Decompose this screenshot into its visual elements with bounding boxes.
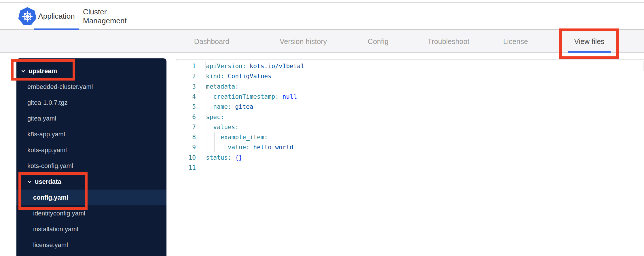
tab-application[interactable]: Application <box>34 3 79 30</box>
line-number: 8 <box>176 132 196 142</box>
code-line-6: 6spec: <box>176 112 644 122</box>
code-line-9: 9 value: hello world <box>176 142 644 152</box>
subnav-item-troubleshoot[interactable]: Troubleshoot <box>428 30 469 53</box>
code-line-3: 3metadata: <box>176 81 644 92</box>
tree-folder-userdata[interactable]: userdata <box>16 174 166 190</box>
code-text: example_item: <box>206 132 268 142</box>
code-text: spec: <box>206 112 224 122</box>
code-line-2: 2kind: ConfigValues <box>176 71 644 81</box>
code-line-4: 4 creationTimestamp: null <box>176 91 644 102</box>
line-number: 10 <box>176 152 196 163</box>
code-line-1: 1apiVersion: kots.io/v1beta1 <box>176 61 644 71</box>
subnav-item-view-files[interactable]: View files <box>574 30 604 53</box>
code-line-10: 10status: {} <box>176 152 644 163</box>
tree-file-kots-app-yaml[interactable]: kots-app.yaml <box>16 142 166 158</box>
kots-admin-console: Application Cluster Management Dashboard… <box>0 0 644 256</box>
file-label: kots-config.yaml <box>27 162 73 170</box>
app-subnav: DashboardVersion historyConfigTroublesho… <box>0 30 644 53</box>
file-label: installation.yaml <box>33 226 78 233</box>
tree-file-embedded-cluster-yaml[interactable]: embedded-cluster.yaml <box>16 79 166 95</box>
tree-file-kots-config-yaml[interactable]: kots-config.yaml <box>16 158 166 174</box>
chevron-down-icon <box>27 179 33 185</box>
file-label: embedded-cluster.yaml <box>27 83 93 91</box>
tree-file-license-yaml[interactable]: license.yaml <box>16 237 166 253</box>
code-text: value: hello world <box>206 142 293 152</box>
code-line-7: 7 values: <box>176 122 644 132</box>
file-label: gitea-1.0.7.tgz <box>27 99 67 106</box>
tree-file-config-yaml[interactable]: config.yaml <box>16 190 166 205</box>
tree-file-installation-yaml[interactable]: installation.yaml <box>16 221 166 237</box>
file-label: config.yaml <box>33 194 68 201</box>
tree-file-gitea-yaml[interactable]: gitea.yaml <box>16 110 166 126</box>
file-label: license.yaml <box>33 241 68 249</box>
tree-file-gitea-1-0-7-tgz[interactable]: gitea-1.0.7.tgz <box>16 95 166 110</box>
code-text: name: gitea <box>206 102 253 112</box>
line-number: 5 <box>176 102 196 112</box>
code-line-5: 5 name: gitea <box>176 102 644 112</box>
code-text: creationTimestamp: null <box>206 91 297 102</box>
code-text: metadata: <box>206 81 239 92</box>
line-number: 11 <box>176 163 196 173</box>
file-content-editor[interactable]: 1apiVersion: kots.io/v1beta12kind: Confi… <box>176 59 644 256</box>
file-label: k8s-app.yaml <box>27 131 65 138</box>
tree-folder-upstream[interactable]: upstream <box>16 63 166 79</box>
folder-label: userdata <box>35 178 61 186</box>
chevron-down-icon <box>20 68 26 74</box>
line-number: 4 <box>176 91 196 102</box>
yaml-code-area: 1apiVersion: kots.io/v1beta12kind: Confi… <box>176 60 644 256</box>
file-label: gitea.yaml <box>27 115 56 122</box>
file-tree-sidebar: upstreamembedded-cluster.yamlgitea-1.0.7… <box>16 58 166 256</box>
subnav-item-config[interactable]: Config <box>368 30 389 53</box>
line-number: 3 <box>176 81 196 92</box>
tree-file-identityconfig-yaml[interactable]: identityconfig.yaml <box>16 205 166 221</box>
subnav-item-license[interactable]: License <box>503 30 528 53</box>
line-number: 6 <box>176 112 196 122</box>
line-number: 1 <box>176 61 196 71</box>
line-number: 2 <box>176 71 196 81</box>
code-line-11: 11 <box>176 163 644 173</box>
code-text: kind: ConfigValues <box>206 71 272 81</box>
tab-cluster-management[interactable]: Cluster Management <box>83 3 144 30</box>
line-number: 7 <box>176 122 196 132</box>
line-number: 9 <box>176 142 196 152</box>
app-header: Application Cluster Management <box>0 3 644 30</box>
subnav-item-dashboard[interactable]: Dashboard <box>194 30 229 53</box>
code-line-8: 8 example_item: <box>176 132 644 142</box>
subnav-item-version-history[interactable]: Version history <box>280 30 327 53</box>
code-text: values: <box>206 122 239 132</box>
tree-file-k8s-app-yaml[interactable]: k8s-app.yaml <box>16 126 166 142</box>
folder-label: upstream <box>29 67 57 75</box>
file-label: identityconfig.yaml <box>33 210 85 217</box>
code-text: apiVersion: kots.io/v1beta1 <box>206 61 304 71</box>
code-text: status: {} <box>206 152 242 163</box>
file-label: kots-app.yaml <box>27 146 67 154</box>
